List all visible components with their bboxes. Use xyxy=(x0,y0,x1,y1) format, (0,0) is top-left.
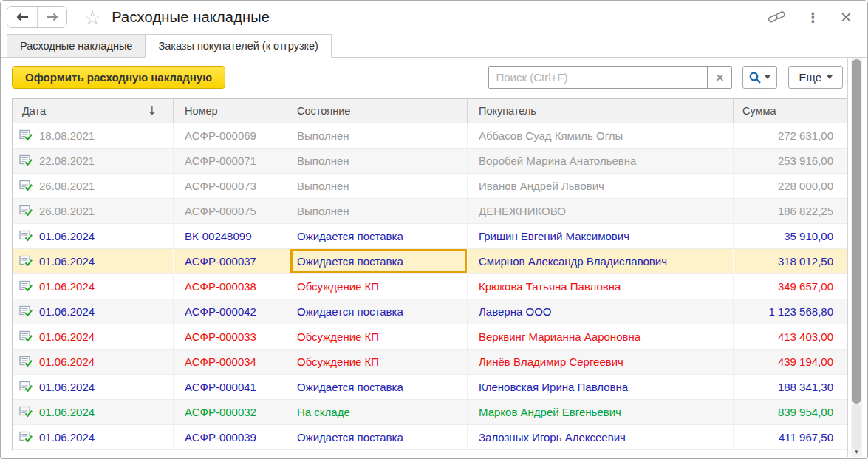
cell-status[interactable]: Выполнен xyxy=(290,149,468,173)
cell-amount[interactable]: 349 657,00 xyxy=(734,274,847,299)
link-icon[interactable] xyxy=(768,10,786,24)
favorite-star-icon[interactable]: ☆ xyxy=(83,7,101,27)
cell-number[interactable]: АСФР-000069 xyxy=(174,123,290,148)
search-input[interactable] xyxy=(489,67,707,88)
vertical-scrollbar[interactable]: ▾ xyxy=(851,58,862,457)
table-row[interactable]: 01.06.2024 ВК-00248099 Ожидается поставк… xyxy=(13,224,847,249)
cell-date[interactable]: 01.06.2024 xyxy=(35,425,174,449)
cell-amount[interactable]: 186 822,25 xyxy=(734,199,847,223)
scroll-down-arrow[interactable]: ▾ xyxy=(851,448,862,455)
cell-status[interactable]: Выполнен xyxy=(290,174,468,198)
cell-customer[interactable]: Лаверна ООО xyxy=(468,299,734,324)
column-header-amount[interactable]: Сумма xyxy=(734,99,847,123)
cell-customer[interactable]: ДЕНЕЖНИКОВО xyxy=(468,199,734,223)
cell-amount[interactable]: 413 403,00 xyxy=(734,324,847,349)
cell-date[interactable]: 18.08.2021 xyxy=(35,123,174,148)
table-row[interactable]: 01.06.2024 АСФР-000039 Ожидается поставк… xyxy=(13,425,847,450)
cell-date[interactable]: 01.06.2024 xyxy=(35,274,174,299)
cell-number[interactable]: АСФР-000032 xyxy=(174,400,290,424)
cell-customer[interactable]: Линёв Владимир Сергеевич xyxy=(468,350,734,374)
cell-date[interactable]: 26.08.2021 xyxy=(35,199,174,223)
cell-amount[interactable]: 253 916,00 xyxy=(734,149,847,173)
cell-status[interactable]: Ожидается поставка xyxy=(290,249,468,273)
cell-status[interactable]: Ожидается поставка xyxy=(290,375,468,399)
cell-status[interactable]: Выполнен xyxy=(290,123,468,148)
search-button[interactable] xyxy=(742,66,777,89)
forward-button[interactable] xyxy=(37,7,66,27)
table-body: 18.08.2021 АСФР-000069 Выполнен Аббасов … xyxy=(13,123,847,450)
scrollbar-thumb[interactable] xyxy=(852,59,861,404)
cell-customer[interactable]: Марков Андрей Евгеньевич xyxy=(468,400,734,424)
cell-date[interactable]: 01.06.2024 xyxy=(35,224,174,248)
kebab-menu-icon[interactable]: ⋮ xyxy=(806,10,819,25)
cell-customer[interactable]: Воробей Марина Анатольевна xyxy=(468,149,734,173)
cell-number[interactable]: АСФР-000041 xyxy=(174,375,290,399)
cell-date[interactable]: 01.06.2024 xyxy=(35,249,174,273)
table-row[interactable]: 26.08.2021 АСФР-000075 Выполнен ДЕНЕЖНИК… xyxy=(13,199,847,224)
search-clear-icon[interactable]: × xyxy=(707,67,731,88)
cell-customer[interactable]: Крюкова Татьяна Павловна xyxy=(468,274,734,299)
cell-number[interactable]: АСФР-000073 xyxy=(174,174,290,198)
tab-rashodnye-nakladnye[interactable]: Расходные накладные xyxy=(7,34,146,58)
column-header-status[interactable]: Состояние xyxy=(290,99,468,123)
tab-zakazy-pokupateley[interactable]: Заказы покупателей (к отгрузке) xyxy=(145,34,332,58)
cell-status[interactable]: Выполнен xyxy=(290,199,468,223)
cell-number[interactable]: АСФР-000075 xyxy=(174,199,290,223)
cell-status[interactable]: Обсуждение КП xyxy=(290,350,468,374)
cell-status[interactable]: Обсуждение КП xyxy=(290,274,468,299)
cell-amount[interactable]: 188 341,30 xyxy=(734,375,847,399)
table-row[interactable]: 01.06.2024 АСФР-000041 Ожидается поставк… xyxy=(13,375,847,400)
cell-number[interactable]: ВК-00248099 xyxy=(174,224,290,248)
table-row[interactable]: 01.06.2024 АСФР-000038 Обсуждение КП Крю… xyxy=(13,274,847,299)
cell-date[interactable]: 01.06.2024 xyxy=(35,324,174,349)
cell-amount[interactable]: 272 631,00 xyxy=(734,123,847,148)
close-icon[interactable]: × xyxy=(839,8,852,26)
cell-amount[interactable]: 839 954,00 xyxy=(734,400,847,424)
cell-customer[interactable]: Смирнов Александр Владиславович xyxy=(468,249,734,273)
table-row[interactable]: 26.08.2021 АСФР-000073 Выполнен Иванов А… xyxy=(13,174,847,199)
cell-date[interactable]: 26.08.2021 xyxy=(35,174,174,198)
cell-customer[interactable]: Верквинг Марианна Аароновна xyxy=(468,324,734,349)
cell-status[interactable]: Ожидается поставка xyxy=(290,224,468,248)
cell-number[interactable]: АСФР-000034 xyxy=(174,350,290,374)
cell-status[interactable]: На складе xyxy=(290,400,468,424)
table-row[interactable]: 01.06.2024 АСФР-000034 Обсуждение КП Лин… xyxy=(13,350,847,375)
cell-date[interactable]: 01.06.2024 xyxy=(35,375,174,399)
table-row[interactable]: 01.06.2024 АСФР-000042 Ожидается поставк… xyxy=(13,299,847,324)
table-row[interactable]: 01.06.2024 АСФР-000037 Ожидается поставк… xyxy=(13,249,847,274)
cell-customer[interactable]: Гришин Евгений Максимович xyxy=(468,224,734,248)
cell-date[interactable]: 01.06.2024 xyxy=(35,350,174,374)
table-row[interactable]: 22.08.2021 АСФР-000071 Выполнен Воробей … xyxy=(13,149,847,174)
cell-number[interactable]: АСФР-000039 xyxy=(174,425,290,449)
cell-date[interactable]: 01.06.2024 xyxy=(35,299,174,324)
cell-status[interactable]: Ожидается поставка xyxy=(290,425,468,449)
table-row[interactable]: 01.06.2024 АСФР-000033 Обсуждение КП Вер… xyxy=(13,324,847,350)
cell-customer[interactable]: Залозных Игорь Алексеевич xyxy=(468,425,734,449)
back-button[interactable] xyxy=(7,7,37,27)
cell-customer[interactable]: Иванов Андрей Львович xyxy=(468,174,734,198)
cell-date[interactable]: 22.08.2021 xyxy=(35,149,174,173)
cell-customer[interactable]: Аббасов Суад Кямиль Оглы xyxy=(468,123,734,148)
cell-number[interactable]: АСФР-000038 xyxy=(174,274,290,299)
column-header-num[interactable]: Номер xyxy=(174,99,290,123)
cell-number[interactable]: АСФР-000042 xyxy=(174,299,290,324)
cell-amount[interactable]: 439 194,00 xyxy=(734,350,847,374)
cell-amount[interactable]: 411 967,50 xyxy=(734,425,847,449)
cell-amount[interactable]: 318 012,50 xyxy=(734,249,847,273)
cell-number[interactable]: АСФР-000033 xyxy=(174,324,290,349)
cell-status[interactable]: Ожидается поставка xyxy=(290,299,468,324)
cell-number[interactable]: АСФР-000037 xyxy=(174,249,290,273)
cell-customer[interactable]: Кленовская Ирина Павловна xyxy=(468,375,734,399)
table-row[interactable]: 01.06.2024 АСФР-000032 На складе Марков … xyxy=(13,400,847,425)
cell-amount[interactable]: 35 910,00 xyxy=(734,224,847,248)
cell-amount[interactable]: 1 123 568,80 xyxy=(734,299,847,324)
create-invoice-button[interactable]: Оформить расходную накладную xyxy=(12,66,225,89)
cell-status[interactable]: Обсуждение КП xyxy=(290,324,468,349)
cell-amount[interactable]: 228 000,00 xyxy=(734,174,847,198)
column-header-date[interactable]: Дата↓ xyxy=(13,99,174,123)
cell-date[interactable]: 01.06.2024 xyxy=(35,400,174,424)
column-header-customer[interactable]: Покупатель xyxy=(468,99,734,123)
more-button[interactable]: Еще xyxy=(788,66,843,89)
cell-number[interactable]: АСФР-000071 xyxy=(174,149,290,173)
table-row[interactable]: 18.08.2021 АСФР-000069 Выполнен Аббасов … xyxy=(13,123,847,149)
